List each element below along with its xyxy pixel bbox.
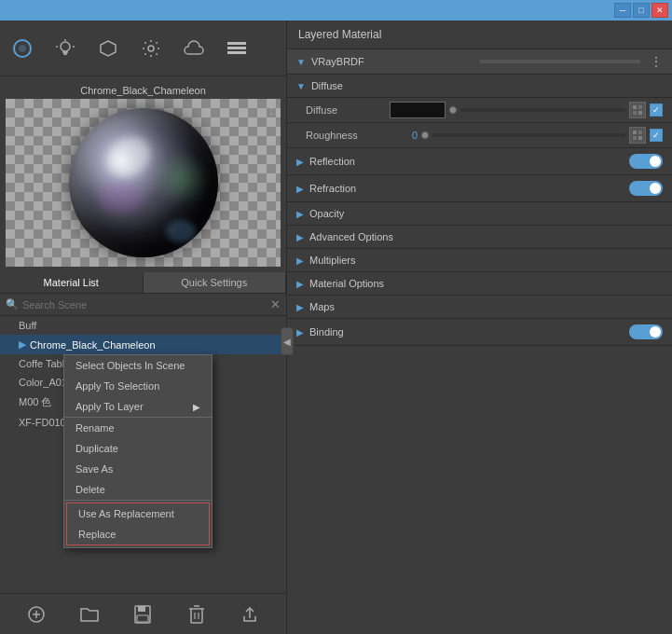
bottom-toolbar [0, 593, 286, 634]
section-header-multipliers[interactable]: ▶ Multipliers [287, 249, 672, 272]
bottom-delete-button[interactable] [184, 601, 210, 627]
section-header-refraction[interactable]: ▶ Refraction [287, 175, 672, 202]
tab-material-list[interactable]: Material List [0, 272, 144, 293]
section-header-material-options[interactable]: ▶ Material Options [287, 272, 672, 296]
section-header-opacity[interactable]: ▶ Opacity [287, 202, 672, 226]
title-bar: ─ □ ✕ [0, 0, 672, 21]
svg-rect-3 [62, 51, 68, 53]
property-row-diffuse-color: Diffuse ✓ [287, 98, 672, 123]
diffuse-color-swatch[interactable] [390, 102, 446, 118]
diffuse-color-enabled[interactable]: ✓ [650, 103, 663, 117]
roughness-label: Roughness [306, 130, 390, 141]
bottom-folder-button[interactable] [76, 601, 103, 627]
brdf-collapse-arrow: ▼ [296, 57, 306, 67]
bottom-export-button[interactable] [237, 601, 263, 627]
section-header-reflection[interactable]: ▶ Reflection [287, 148, 672, 175]
material-item-chrome[interactable]: ▶ Chrome_Black_Chameleon [0, 335, 286, 354]
property-row-roughness: Roughness 0 ✓ [287, 123, 672, 148]
context-menu-apply-layer-label: Apply To Layer [75, 401, 144, 412]
roughness-value: 0 ✓ [390, 127, 663, 144]
binding-toggle[interactable] [629, 324, 663, 339]
material-preview: Chrome_Black_Chameleon ⋮ [6, 82, 281, 267]
section-header-binding[interactable]: ▶ Binding [287, 319, 672, 346]
reflection-toggle[interactable] [629, 154, 663, 169]
diffuse-color-dot[interactable] [449, 106, 457, 114]
roughness-dot[interactable] [421, 131, 429, 139]
context-menu-use-as-replacement[interactable]: Use As Replacement [67, 503, 209, 524]
diffuse-color-label: Diffuse [306, 104, 390, 116]
submenu-arrow-icon: ▶ [193, 402, 200, 412]
context-menu-save-as[interactable]: Save As [64, 459, 212, 479]
tab-quick-settings[interactable]: Quick Settings [144, 272, 287, 293]
svg-point-2 [61, 42, 70, 51]
context-menu-duplicate[interactable]: Duplicate [64, 438, 212, 459]
search-bar: 🔍 ✕ [0, 294, 286, 316]
roughness-texture-button[interactable] [629, 127, 646, 144]
toolbar-dropdown[interactable] [224, 35, 250, 62]
material-sphere [69, 108, 218, 257]
close-button[interactable]: ✕ [651, 3, 668, 18]
roughness-enabled[interactable]: ✓ [650, 129, 663, 142]
diffuse-collapse-icon: ▼ [296, 81, 306, 91]
bottom-save-button[interactable] [130, 601, 156, 627]
svg-rect-27 [638, 136, 642, 140]
toolbar-icon-object[interactable] [95, 35, 121, 62]
section-title-binding: Binding [309, 326, 629, 338]
material-item-arrow: ▶ [19, 338, 26, 351]
section-title-opacity: Opacity [309, 208, 344, 219]
toolbar-icon-settings[interactable] [138, 35, 164, 62]
minimize-button[interactable]: ─ [614, 3, 631, 18]
material-item-buff[interactable]: Buff [0, 316, 286, 335]
context-menu-select-objects[interactable]: Select Objects In Scene [64, 355, 212, 376]
brdf-slider-bar [480, 60, 640, 63]
svg-point-9 [148, 46, 154, 51]
svg-rect-14 [138, 606, 145, 612]
svg-rect-21 [638, 105, 642, 109]
refraction-collapse-icon: ▶ [296, 184, 304, 194]
section-title-material-options: Material Options [309, 278, 384, 289]
brdf-options-button[interactable]: ⋮ [650, 54, 663, 69]
context-menu-rename[interactable]: Rename [64, 418, 212, 438]
context-menu-replace[interactable]: Replace [67, 524, 209, 544]
svg-rect-15 [137, 615, 148, 622]
material-options-collapse-icon: ▶ [296, 279, 304, 289]
svg-rect-22 [633, 111, 637, 115]
material-item-label: M00 色 [19, 395, 51, 409]
section-header-advanced[interactable]: ▶ Advanced Options [287, 226, 672, 249]
right-panel: Layered Material ▼ VRayBRDF ⋮ ▼ Diffuse … [287, 21, 672, 634]
search-clear-button[interactable]: ✕ [270, 297, 281, 311]
svg-rect-26 [633, 136, 637, 140]
diffuse-texture-button[interactable] [629, 102, 646, 118]
maximize-button[interactable]: □ [633, 3, 650, 18]
properties-panel: ▼ Diffuse Diffuse [287, 75, 672, 634]
binding-collapse-icon: ▶ [296, 327, 304, 338]
panel-expand-handle[interactable]: ◀ [281, 327, 294, 355]
refraction-toggle[interactable] [629, 181, 663, 196]
toolbar-icon-light[interactable] [52, 35, 78, 62]
top-toolbar [0, 21, 286, 76]
context-menu-divider-2 [64, 500, 212, 501]
context-menu-apply-layer[interactable]: Apply To Layer ▶ [64, 396, 212, 417]
toolbar-icon-circle[interactable] [9, 35, 35, 62]
search-input[interactable] [22, 299, 270, 310]
advanced-collapse-icon: ▶ [296, 232, 304, 242]
context-menu-delete[interactable]: Delete [64, 479, 212, 500]
panel-title: Layered Material [298, 28, 381, 41]
panel-header: Layered Material [287, 21, 672, 49]
brdf-header[interactable]: ▼ VRayBRDF ⋮ [287, 49, 672, 75]
tabs-row: Material List Quick Settings [0, 272, 286, 294]
section-header-diffuse[interactable]: ▼ Diffuse [287, 75, 672, 98]
section-title-reflection: Reflection [309, 156, 629, 167]
svg-marker-8 [101, 41, 116, 56]
material-item-label: Coffe Table [19, 358, 70, 369]
roughness-number: 0 [390, 130, 418, 141]
bottom-add-button[interactable] [23, 601, 49, 627]
search-icon: 🔍 [6, 298, 19, 310]
preview-image: ⋮ [6, 99, 281, 267]
section-header-maps[interactable]: ▶ Maps [287, 296, 672, 319]
context-menu-apply-selection[interactable]: Apply To Selection [64, 376, 212, 396]
material-item-label: Buff [19, 320, 36, 331]
preview-dots-button[interactable]: ⋮ [266, 103, 277, 116]
maps-collapse-icon: ▶ [296, 302, 304, 312]
toolbar-icon-cloud[interactable] [181, 35, 207, 62]
